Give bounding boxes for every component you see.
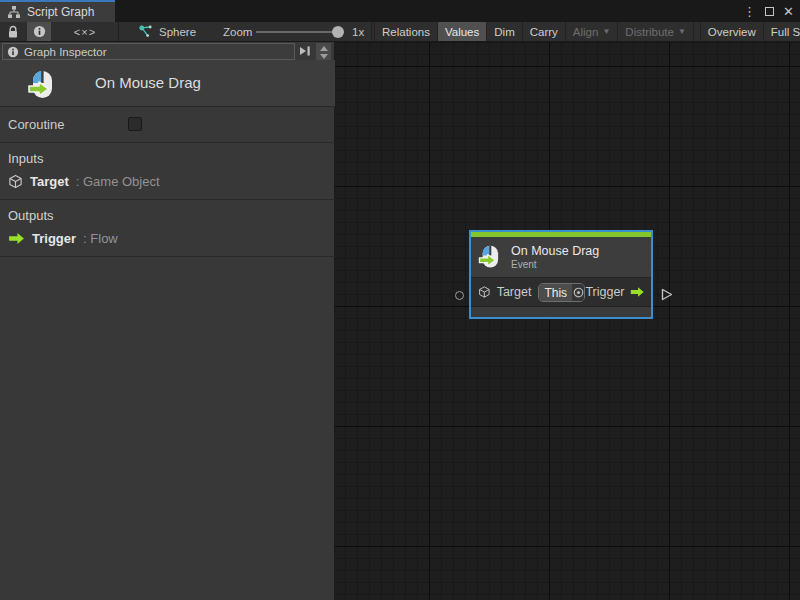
coroutine-label: Coroutine [8, 117, 64, 132]
scroll-up-icon[interactable] [320, 46, 328, 51]
code-view-button[interactable]: <×> [56, 22, 114, 41]
outputs-header: Outputs [8, 208, 54, 223]
carry-button[interactable]: Carry [523, 22, 566, 41]
unit-title: On Mouse Drag [95, 74, 201, 91]
inputs-header: Inputs [8, 151, 43, 166]
lock-icon [7, 25, 19, 39]
toolbar-button-group: Relations Values Dim Carry Align ▼ Distr… [374, 22, 800, 41]
object-picker-icon [572, 286, 585, 299]
target-port-label: Target [497, 285, 532, 299]
tab-bar: Script Graph ⋮ ✕ [0, 0, 800, 22]
object-picker-button[interactable] [572, 284, 585, 301]
target-object-value: This [539, 284, 572, 301]
flow-arrow-icon [8, 232, 25, 245]
game-object-cube-icon [478, 285, 491, 299]
input-port-type: : Game Object [76, 174, 160, 189]
input-port-row: Target : Game Object [8, 174, 160, 189]
zoom-slider[interactable] [256, 22, 340, 41]
target-object-field[interactable]: This [538, 283, 585, 302]
node-subtitle: Event [511, 259, 599, 270]
node-title: On Mouse Drag [511, 244, 599, 258]
graph-toolbar: <×> Sphere Zoom 1x Relations Values Dim … [0, 22, 800, 42]
maximize-icon[interactable] [765, 7, 774, 16]
graph-owner-label: Sphere [159, 26, 196, 38]
info-icon [33, 25, 46, 38]
zoom-value: 1x [352, 22, 364, 41]
inspector-toggle-button[interactable] [27, 22, 51, 41]
fullscreen-button[interactable]: Full Screen [764, 22, 800, 41]
values-button[interactable]: Values [438, 22, 487, 41]
chevron-down-icon: ▼ [678, 28, 686, 36]
graph-owner-breadcrumb[interactable]: Sphere [138, 22, 196, 41]
tab-script-graph[interactable]: Script Graph [0, 0, 115, 22]
graph-inspector-title: Graph Inspector [24, 46, 106, 58]
zoom-label: Zoom [223, 22, 252, 41]
game-object-cube-icon [8, 174, 23, 189]
toolbar-divider [118, 22, 119, 41]
toolbar-divider [371, 22, 372, 41]
flow-arrow-icon[interactable] [630, 286, 644, 298]
graph-icon [7, 5, 21, 19]
distribute-dropdown[interactable]: Distribute ▼ [618, 22, 694, 41]
on-mouse-drag-icon [477, 244, 503, 270]
on-mouse-drag-node[interactable]: On Mouse Drag Event Target This Trigger [469, 230, 653, 319]
node-output-port-icon[interactable] [661, 288, 673, 301]
lock-button[interactable] [2, 22, 24, 41]
tab-label: Script Graph [27, 5, 94, 19]
node-header[interactable]: On Mouse Drag Event [471, 237, 651, 277]
relations-button[interactable]: Relations [374, 22, 438, 41]
close-icon[interactable]: ✕ [783, 5, 794, 18]
graph-inspector-panel: Graph Inspector On Mouse Drag Coroutine … [0, 42, 335, 600]
inputs-section: Inputs Target : Game Object [0, 143, 335, 200]
unit-title-section: On Mouse Drag [0, 60, 335, 107]
output-port-name: Trigger [32, 231, 76, 246]
zoom-slider-thumb[interactable] [332, 26, 344, 38]
scroll-down-icon[interactable] [320, 54, 328, 59]
output-port-type: : Flow [83, 231, 118, 246]
info-icon [7, 46, 19, 58]
overview-button[interactable]: Overview [700, 22, 764, 41]
outputs-section: Outputs Trigger : Flow [0, 200, 335, 257]
script-graph-window: Script Graph ⋮ ✕ <×> Sphere Zoom 1x [0, 0, 800, 600]
dim-button[interactable]: Dim [487, 22, 522, 41]
window-controls: ⋮ ✕ [743, 0, 794, 22]
window-menu-icon[interactable]: ⋮ [743, 5, 756, 18]
on-mouse-drag-icon [26, 69, 58, 101]
node-port-row: Target This Trigger [471, 277, 651, 307]
coroutine-row: Coroutine [0, 107, 335, 143]
trigger-port-label: Trigger [585, 285, 624, 299]
graph-canvas[interactable]: On Mouse Drag Event Target This Trigger [335, 42, 800, 600]
node-footer [471, 307, 651, 317]
chevron-down-icon: ▼ [602, 28, 610, 36]
script-machine-icon [138, 24, 153, 39]
node-titles: On Mouse Drag Event [511, 244, 599, 270]
dock-panel-icon[interactable] [298, 45, 312, 57]
coroutine-checkbox[interactable] [128, 117, 142, 131]
input-port-name: Target [30, 174, 69, 189]
output-port-row: Trigger : Flow [8, 231, 118, 246]
node-input-port[interactable] [455, 291, 464, 300]
align-dropdown[interactable]: Align ▼ [566, 22, 619, 41]
zoom-slider-track[interactable] [256, 31, 340, 33]
graph-inspector-header[interactable]: Graph Inspector [2, 43, 295, 60]
